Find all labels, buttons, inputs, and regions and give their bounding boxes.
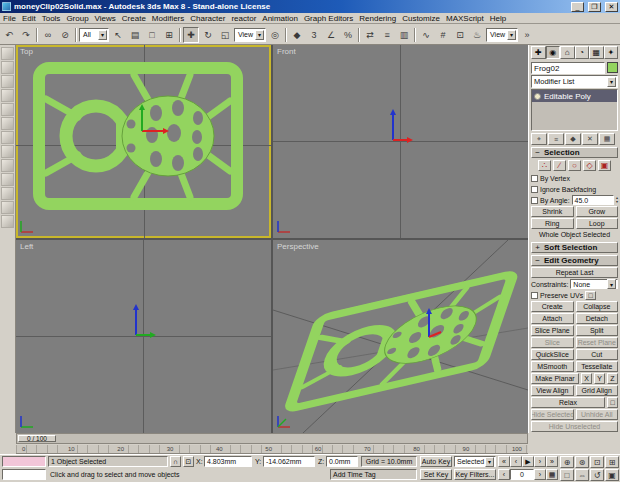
repeat-last-button[interactable]: Repeat Last <box>531 267 618 278</box>
auto-key-button[interactable]: Auto Key <box>420 456 452 467</box>
menu-file[interactable]: File <box>0 14 19 23</box>
left-toolbar-icon[interactable] <box>1 215 14 228</box>
menu-character[interactable]: Character <box>187 14 228 23</box>
move-gizmo[interactable] <box>128 302 158 338</box>
percent-snap-icon[interactable]: % <box>340 27 356 43</box>
left-toolbar-icon[interactable] <box>1 89 14 102</box>
minimize-button[interactable]: _ <box>571 2 584 12</box>
z-coordinate-field[interactable]: 0.0mm <box>326 456 358 467</box>
make-planar-button[interactable]: Make Planar <box>531 373 579 384</box>
modifier-list-dropdown[interactable]: Modifier List ▾ <box>531 75 618 88</box>
viewport-perspective[interactable]: Perspective <box>273 240 528 433</box>
key-set-dropdown[interactable]: Selected ▾ <box>454 456 496 467</box>
chevron-down-icon[interactable]: ▾ <box>98 30 107 40</box>
maximize-button[interactable]: ❐ <box>588 2 601 12</box>
polygon-icon[interactable]: ◇ <box>583 160 596 171</box>
track-bar[interactable]: 0 10 20 30 40 50 60 70 80 90 100 <box>16 445 528 454</box>
element-icon[interactable]: ▣ <box>598 160 611 171</box>
time-slider[interactable]: 0 / 100 <box>16 433 528 444</box>
configure-modifier-sets-icon[interactable]: ▦ <box>599 133 615 145</box>
x-coordinate-field[interactable]: 4.803mm <box>204 456 252 467</box>
ring-button[interactable]: Ring <box>531 218 574 229</box>
next-key-icon[interactable]: › <box>534 469 546 480</box>
tab-utilities-icon[interactable]: ✦ <box>604 46 619 59</box>
window-crossing-icon[interactable]: ⊞ <box>161 27 177 43</box>
maxscript-mini-listener-script[interactable] <box>2 469 46 480</box>
reference-coordinate-dropdown[interactable]: View ▾ <box>234 28 266 42</box>
close-button[interactable]: ✕ <box>605 2 618 12</box>
select-and-manipulate-icon[interactable]: ◆ <box>289 27 305 43</box>
tab-create-icon[interactable]: ✚ <box>531 46 546 59</box>
select-and-move-icon[interactable]: ✚ <box>183 27 199 43</box>
menu-graph-editors[interactable]: Graph Editors <box>301 14 356 23</box>
menu-maxscript[interactable]: MAXScript <box>443 14 487 23</box>
select-and-link-icon[interactable]: ∞ <box>40 27 56 43</box>
shrink-button[interactable]: Shrink <box>531 206 574 217</box>
tab-modify-icon[interactable]: ◉ <box>546 46 561 59</box>
move-gizmo[interactable] <box>385 107 415 143</box>
stack-item-editable-poly[interactable]: Editable Poly <box>532 90 617 102</box>
visibility-bulb-icon[interactable] <box>534 93 541 100</box>
by-angle-checkbox[interactable] <box>531 197 538 204</box>
detach-button[interactable]: Detach <box>576 313 619 324</box>
border-icon[interactable]: ○ <box>568 160 581 171</box>
tab-display-icon[interactable]: ▦ <box>589 46 604 59</box>
left-toolbar-icon[interactable] <box>1 173 14 186</box>
chevron-down-icon[interactable]: ▾ <box>607 77 616 87</box>
edge-icon[interactable]: ∕ <box>553 160 566 171</box>
move-gizmo[interactable] <box>421 306 447 340</box>
attach-button[interactable]: Attach <box>531 313 574 324</box>
make-planar-z-button[interactable]: Z <box>607 373 618 384</box>
menu-modifiers[interactable]: Modifiers <box>149 14 187 23</box>
quick-render-icon[interactable]: » <box>519 27 535 43</box>
select-by-name-icon[interactable]: ▤ <box>127 27 143 43</box>
next-frame-icon[interactable]: › <box>534 456 546 467</box>
expand-icon[interactable]: + <box>534 243 541 252</box>
left-toolbar-icon[interactable] <box>1 47 14 60</box>
selection-filter-dropdown[interactable]: All ▾ <box>79 28 109 42</box>
preserve-uvs-checkbox[interactable] <box>531 292 538 299</box>
menu-tools[interactable]: Tools <box>39 14 64 23</box>
schematic-view-icon[interactable]: # <box>435 27 451 43</box>
region-zoom-icon[interactable]: □ <box>560 469 574 481</box>
zoom-extents-all-icon[interactable]: ⊞ <box>605 456 619 468</box>
left-toolbar-icon[interactable] <box>1 103 14 116</box>
selection-lock-icon[interactable]: ∩ <box>170 456 181 467</box>
play-icon[interactable]: ▶ <box>522 456 534 467</box>
rollout-soft-selection-header[interactable]: + Soft Selection <box>531 242 618 253</box>
vertex-icon[interactable]: ∴ <box>538 160 551 171</box>
angle-snap-icon[interactable]: ∠ <box>323 27 339 43</box>
chevron-down-icon[interactable]: ▾ <box>255 30 264 40</box>
left-toolbar-icon[interactable] <box>1 159 14 172</box>
split-button[interactable]: Split <box>576 325 619 336</box>
constraints-dropdown[interactable]: None ▾ <box>570 279 618 289</box>
maxscript-mini-listener-macro[interactable] <box>2 456 46 467</box>
chevron-down-icon[interactable]: ▾ <box>507 30 516 40</box>
time-slider-handle[interactable]: 0 / 100 <box>18 435 56 442</box>
unlink-selection-icon[interactable]: ⊘ <box>57 27 73 43</box>
grid-align-button[interactable]: Grid Align <box>576 385 619 396</box>
menu-animation[interactable]: Animation <box>259 14 301 23</box>
material-editor-icon[interactable]: ⊡ <box>452 27 468 43</box>
arc-rotate-icon[interactable]: ↺ <box>590 469 604 481</box>
render-type-dropdown[interactable]: View ▾ <box>486 28 518 42</box>
show-end-result-icon[interactable]: ≡ <box>548 133 564 145</box>
viewport-left[interactable]: Left <box>16 240 271 433</box>
quickslice-button[interactable]: QuickSlice <box>531 349 574 360</box>
msmooth-button[interactable]: MSmooth <box>531 361 574 372</box>
left-toolbar-icon[interactable] <box>1 61 14 74</box>
remove-modifier-icon[interactable]: ✕ <box>582 133 598 145</box>
left-toolbar-icon[interactable] <box>1 131 14 144</box>
time-configuration-icon[interactable]: ▦ <box>546 469 558 480</box>
object-color-swatch[interactable] <box>607 62 618 73</box>
layer-manager-icon[interactable]: ▥ <box>396 27 412 43</box>
collapse-icon[interactable]: − <box>534 256 541 265</box>
rollout-edit-geometry-header[interactable]: − Edit Geometry <box>531 255 618 266</box>
make-unique-icon[interactable]: ◆ <box>565 133 581 145</box>
tessellate-button[interactable]: Tessellate <box>576 361 619 372</box>
mirror-icon[interactable]: ⇄ <box>362 27 378 43</box>
left-toolbar-icon[interactable] <box>1 187 14 200</box>
left-toolbar-icon[interactable] <box>1 117 14 130</box>
menu-create[interactable]: Create <box>119 14 149 23</box>
left-toolbar-icon[interactable] <box>1 145 14 158</box>
